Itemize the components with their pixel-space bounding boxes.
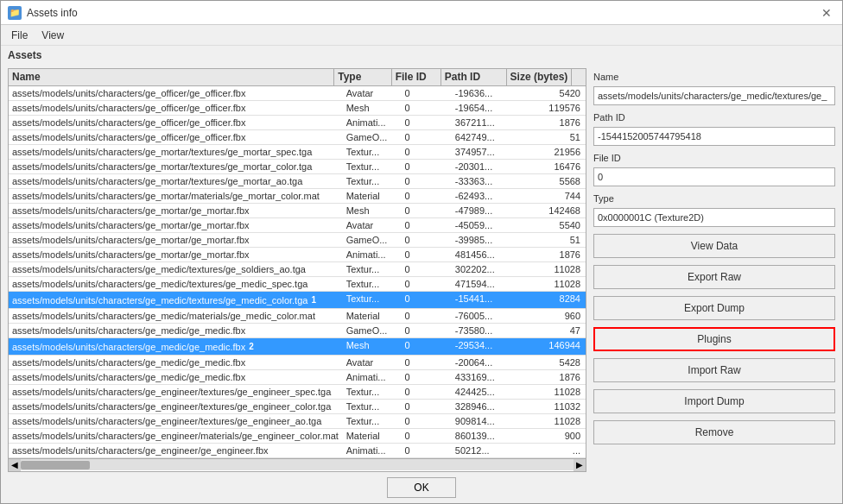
assets-table: Name Type File ID Path ID Size (bytes) a… xyxy=(8,68,586,472)
table-row[interactable]: assets/models/units/characters/ge_office… xyxy=(9,101,586,116)
cell-size: 142468 xyxy=(518,204,586,217)
table-row[interactable]: assets/models/units/characters/ge_engine… xyxy=(9,400,586,414)
remove-button[interactable]: Remove xyxy=(593,420,835,444)
menu-bar: File View xyxy=(1,25,842,46)
cell-pathid: -73580... xyxy=(452,324,519,337)
cell-name: assets/models/units/characters/ge_mortar… xyxy=(9,233,343,247)
cell-pathid: 642749... xyxy=(452,130,519,144)
table-row[interactable]: assets/models/units/characters/ge_mortar… xyxy=(9,218,586,233)
ok-button[interactable]: OK xyxy=(387,477,456,498)
table-body[interactable]: assets/models/units/characters/ge_parach… xyxy=(9,86,586,458)
col-type: Type xyxy=(334,68,391,85)
name-field-input[interactable] xyxy=(593,86,835,105)
table-row[interactable]: assets/models/units/characters/ge_office… xyxy=(9,116,586,130)
cell-pathid: 909814... xyxy=(452,414,519,428)
cell-type: Material xyxy=(343,429,402,443)
cell-size: 900 xyxy=(518,429,586,443)
table-row[interactable]: assets/models/units/characters/ge_engine… xyxy=(9,444,586,458)
cell-fileid: 0 xyxy=(402,86,452,100)
cell-pathid: 374957... xyxy=(452,145,519,159)
cell-type: Textur... xyxy=(343,277,402,291)
table-row[interactable]: assets/models/units/characters/ge_engine… xyxy=(9,414,586,429)
type-field-input[interactable] xyxy=(593,208,835,227)
plugins-button[interactable]: Plugins xyxy=(593,327,835,351)
cell-pathid: -19636... xyxy=(452,86,519,100)
view-data-button[interactable]: View Data xyxy=(593,234,835,258)
cell-fileid: 0 xyxy=(402,338,452,355)
table-row[interactable]: assets/models/units/characters/ge_medic/… xyxy=(9,292,586,309)
cell-size: 8284 xyxy=(518,292,586,308)
cell-fileid: 0 xyxy=(402,414,452,428)
menu-file[interactable]: File xyxy=(4,28,35,43)
cell-fileid: 0 xyxy=(402,400,452,413)
table-row[interactable]: assets/models/units/characters/ge_mortar… xyxy=(9,233,586,248)
table-row[interactable]: assets/models/units/characters/ge_mortar… xyxy=(9,145,586,160)
scrollbar-thumb[interactable] xyxy=(21,461,90,469)
cell-name: assets/models/units/characters/ge_engine… xyxy=(9,429,343,443)
cell-name: assets/models/units/characters/ge_office… xyxy=(9,116,343,129)
table-row[interactable]: assets/models/units/characters/ge_medic/… xyxy=(9,262,586,277)
cell-fileid: 0 xyxy=(402,385,452,399)
table-row[interactable]: assets/models/units/characters/ge_engine… xyxy=(9,385,586,400)
cell-fileid: 0 xyxy=(402,370,452,384)
cell-type: Textur... xyxy=(343,174,402,188)
cell-size: 5540 xyxy=(518,218,586,232)
scroll-left-arrow[interactable]: ◀ xyxy=(9,459,21,471)
cell-size: 5428 xyxy=(518,356,586,369)
table-row[interactable]: assets/models/units/characters/ge_medic/… xyxy=(9,277,586,292)
cell-fileid: 0 xyxy=(402,130,452,144)
table-row[interactable]: assets/models/units/characters/ge_mortar… xyxy=(9,248,586,262)
cell-pathid: -29534... xyxy=(452,338,519,355)
import-raw-button[interactable]: Import Raw xyxy=(593,358,835,382)
cell-size: 119576 xyxy=(518,101,586,115)
window-icon: 📁 xyxy=(8,6,22,20)
table-row[interactable]: assets/models/units/characters/ge_office… xyxy=(9,86,586,101)
cell-type: Mesh xyxy=(343,101,402,115)
close-button[interactable]: ✕ xyxy=(818,4,835,22)
fileid-field-input[interactable] xyxy=(593,167,835,186)
table-row[interactable]: assets/models/units/characters/ge_engine… xyxy=(9,429,586,444)
cell-name: assets/models/units/characters/ge_medic/… xyxy=(9,356,343,369)
cell-fileid: 0 xyxy=(402,309,452,323)
cell-type: Textur... xyxy=(343,400,402,413)
cell-name: assets/models/units/characters/ge_engine… xyxy=(9,414,343,428)
cell-pathid: -47989... xyxy=(452,204,519,217)
menu-view[interactable]: View xyxy=(35,28,71,43)
cell-name: assets/models/units/characters/ge_mortar… xyxy=(9,248,343,261)
export-raw-button[interactable]: Export Raw xyxy=(593,265,835,289)
cell-name: assets/models/units/characters/ge_medic/… xyxy=(9,277,343,291)
cell-fileid: 0 xyxy=(402,218,452,232)
table-row[interactable]: assets/models/units/characters/ge_mortar… xyxy=(9,160,586,174)
title-bar: 📁 Assets info ✕ xyxy=(1,1,842,25)
cell-type: Textur... xyxy=(343,145,402,159)
assets-info-window: 📁 Assets info ✕ File View Assets Name Ty… xyxy=(0,0,843,504)
cell-pathid: -33363... xyxy=(452,174,519,188)
cell-size: 11028 xyxy=(518,385,586,399)
cell-name: assets/models/units/characters/ge_mortar… xyxy=(9,204,343,217)
table-row[interactable]: assets/models/units/characters/ge_medic/… xyxy=(9,324,586,338)
export-dump-button[interactable]: Export Dump xyxy=(593,296,835,320)
cell-type: Textur... xyxy=(343,414,402,428)
cell-name: assets/models/units/characters/ge_office… xyxy=(9,101,343,115)
table-row[interactable]: assets/models/units/characters/ge_medic/… xyxy=(9,370,586,385)
table-row[interactable]: assets/models/units/characters/ge_mortar… xyxy=(9,204,586,218)
table-row[interactable]: assets/models/units/characters/ge_mortar… xyxy=(9,189,586,204)
cell-name: assets/models/units/characters/ge_medic/… xyxy=(9,370,343,384)
scrollbar-track[interactable] xyxy=(21,461,574,469)
pathid-field-input[interactable] xyxy=(593,127,835,146)
table-row[interactable]: assets/models/units/characters/ge_mortar… xyxy=(9,174,586,189)
cell-type: Textur... xyxy=(343,160,402,173)
cell-fileid: 0 xyxy=(402,429,452,443)
cell-size: 16476 xyxy=(518,160,586,173)
scroll-right-arrow[interactable]: ▶ xyxy=(574,459,586,471)
table-row[interactable]: assets/models/units/characters/ge_office… xyxy=(9,130,586,145)
table-row[interactable]: assets/models/units/characters/ge_medic/… xyxy=(9,356,586,370)
cell-type: Mesh xyxy=(343,338,402,355)
table-row[interactable]: assets/models/units/characters/ge_medic/… xyxy=(9,309,586,324)
horizontal-scrollbar[interactable]: ◀ ▶ xyxy=(9,458,586,470)
import-dump-button[interactable]: Import Dump xyxy=(593,389,835,413)
table-row[interactable]: assets/models/units/characters/ge_medic/… xyxy=(9,338,586,356)
cell-size: 51 xyxy=(518,130,586,144)
cell-fileid: 0 xyxy=(402,292,452,308)
cell-pathid: -15441... xyxy=(452,292,519,308)
